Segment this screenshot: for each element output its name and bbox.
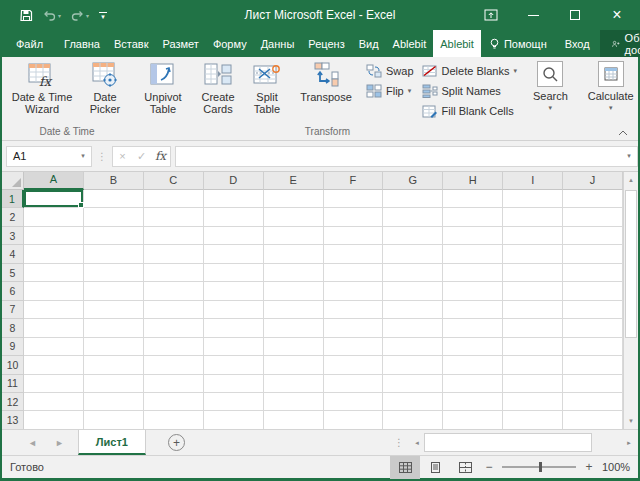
cell-C13[interactable] <box>144 411 204 429</box>
share-button[interactable]: Общий доступ <box>600 30 640 57</box>
cell-C2[interactable] <box>144 208 204 226</box>
cell-F9[interactable] <box>324 338 384 356</box>
cell-C1[interactable] <box>144 190 204 208</box>
cell-A12[interactable] <box>24 393 84 411</box>
cell-D8[interactable] <box>204 319 264 337</box>
cell-E6[interactable] <box>264 282 324 300</box>
cell-A13[interactable] <box>24 411 84 429</box>
minimize-button[interactable] <box>512 0 554 30</box>
cell-G12[interactable] <box>383 393 443 411</box>
row-header-7[interactable]: 7 <box>2 301 24 319</box>
cell-C12[interactable] <box>144 393 204 411</box>
cell-J4[interactable] <box>563 245 623 263</box>
cell-F13[interactable] <box>324 411 384 429</box>
cell-B9[interactable] <box>84 338 144 356</box>
name-box-dropdown-icon[interactable]: ▾ <box>75 152 91 160</box>
sign-in-button[interactable]: Вход <box>555 30 600 57</box>
column-header-B[interactable]: B <box>84 172 144 190</box>
tab-file[interactable]: Файл <box>2 30 57 57</box>
cell-I9[interactable] <box>503 338 563 356</box>
row-header-2[interactable]: 2 <box>2 208 24 226</box>
cell-E12[interactable] <box>264 393 324 411</box>
cell-F8[interactable] <box>324 319 384 337</box>
expand-formula-bar-icon[interactable]: ▾ <box>621 152 637 160</box>
cell-E11[interactable] <box>264 375 324 393</box>
cell-D5[interactable] <box>204 264 264 282</box>
tab-ablebits-data[interactable]: Ablebit <box>386 30 434 57</box>
cell-G8[interactable] <box>383 319 443 337</box>
cell-G13[interactable] <box>383 411 443 429</box>
flip-button[interactable]: Flip ▾ <box>366 83 414 99</box>
cell-C11[interactable] <box>144 375 204 393</box>
cell-J8[interactable] <box>563 319 623 337</box>
formula-input[interactable]: ▾ <box>175 146 638 167</box>
sheet-tab-list1[interactable]: Лист1 <box>78 430 146 455</box>
cell-I10[interactable] <box>503 356 563 374</box>
cell-J11[interactable] <box>563 375 623 393</box>
cell-F6[interactable] <box>324 282 384 300</box>
cell-B6[interactable] <box>84 282 144 300</box>
cell-E9[interactable] <box>264 338 324 356</box>
tab-view[interactable]: Вид <box>352 30 386 57</box>
cell-H1[interactable] <box>443 190 503 208</box>
cell-A2[interactable] <box>24 208 84 226</box>
cell-A7[interactable] <box>24 301 84 319</box>
cell-G9[interactable] <box>383 338 443 356</box>
tab-data[interactable]: Данны <box>254 30 302 57</box>
cell-J13[interactable] <box>563 411 623 429</box>
cell-F1[interactable] <box>324 190 384 208</box>
cell-I2[interactable] <box>503 208 563 226</box>
cell-J9[interactable] <box>563 338 623 356</box>
fill-blank-cells-button[interactable]: Fill Blank Cells <box>422 103 517 119</box>
cell-I11[interactable] <box>503 375 563 393</box>
prev-sheet-icon[interactable]: ◄ <box>28 438 37 448</box>
cell-F12[interactable] <box>324 393 384 411</box>
cell-C6[interactable] <box>144 282 204 300</box>
cell-A5[interactable] <box>24 264 84 282</box>
undo-dropdown-icon[interactable]: ▾ <box>58 12 61 19</box>
name-box[interactable]: A1 ▾ <box>6 146 92 167</box>
cell-A6[interactable] <box>24 282 84 300</box>
tab-home[interactable]: Главна <box>57 30 107 57</box>
cell-I3[interactable] <box>503 227 563 245</box>
date-time-wizard-button[interactable]: fx Date & Time Wizard <box>4 57 80 115</box>
cell-E3[interactable] <box>264 227 324 245</box>
cell-F11[interactable] <box>324 375 384 393</box>
vertical-scrollbar[interactable]: ▲ ▼ <box>623 172 638 429</box>
cell-I8[interactable] <box>503 319 563 337</box>
row-header-3[interactable]: 3 <box>2 227 24 245</box>
formula-bar-splitter[interactable]: ⋮ <box>92 151 112 162</box>
cell-B5[interactable] <box>84 264 144 282</box>
column-header-H[interactable]: H <box>443 172 503 190</box>
unpivot-table-button[interactable]: Unpivot Table <box>134 57 192 115</box>
cell-E10[interactable] <box>264 356 324 374</box>
cell-B2[interactable] <box>84 208 144 226</box>
cell-A11[interactable] <box>24 375 84 393</box>
cell-J5[interactable] <box>563 264 623 282</box>
customize-qat-icon[interactable]: ▾ <box>99 12 107 19</box>
zoom-slider[interactable] <box>502 466 576 468</box>
row-header-13[interactable]: 13 <box>2 411 24 429</box>
cell-H9[interactable] <box>443 338 503 356</box>
cell-I12[interactable] <box>503 393 563 411</box>
maximize-button[interactable] <box>554 0 596 30</box>
row-header-4[interactable]: 4 <box>2 245 24 263</box>
cell-G4[interactable] <box>383 245 443 263</box>
cell-I4[interactable] <box>503 245 563 263</box>
new-sheet-button[interactable]: + <box>168 434 185 451</box>
tab-page-layout[interactable]: Размет <box>156 30 206 57</box>
cell-I7[interactable] <box>503 301 563 319</box>
cell-J10[interactable] <box>563 356 623 374</box>
cell-G1[interactable] <box>383 190 443 208</box>
row-header-8[interactable]: 8 <box>2 319 24 337</box>
tab-formulas[interactable]: Форму <box>206 30 254 57</box>
column-header-F[interactable]: F <box>324 172 384 190</box>
cell-B10[interactable] <box>84 356 144 374</box>
cell-E7[interactable] <box>264 301 324 319</box>
cell-B3[interactable] <box>84 227 144 245</box>
cell-E4[interactable] <box>264 245 324 263</box>
date-picker-button[interactable]: Date Picker <box>80 57 130 115</box>
cell-C7[interactable] <box>144 301 204 319</box>
cell-A8[interactable] <box>24 319 84 337</box>
column-header-C[interactable]: C <box>144 172 204 190</box>
